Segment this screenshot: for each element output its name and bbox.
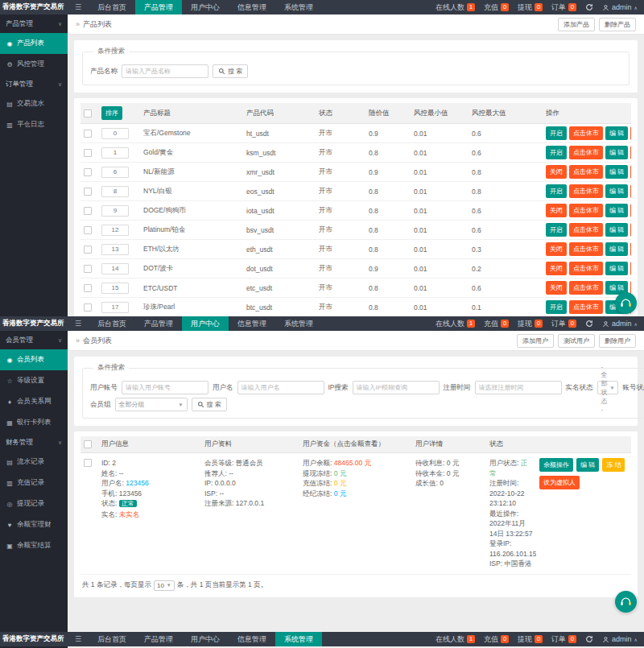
pause-market-button[interactable]: 点击休市 (569, 223, 603, 237)
sidebar-group-财务管理[interactable]: 财务管理∨ (0, 433, 68, 452)
register-time-input[interactable] (475, 381, 562, 394)
add-user-button[interactable]: 添加用户 (517, 334, 554, 348)
stat-在线人数[interactable]: 在线人数1 (436, 319, 475, 329)
stat-订单[interactable]: 订单0 (551, 2, 576, 13)
member-group-select[interactable]: 全部分组▼ (115, 398, 188, 411)
account-input[interactable] (122, 381, 208, 394)
sort-input[interactable] (101, 244, 129, 255)
edit-button[interactable]: 编 辑 (605, 242, 628, 256)
row-checkbox[interactable] (84, 149, 92, 157)
pause-market-button[interactable]: 点击休市 (569, 300, 603, 314)
sidebar-item-风控管理[interactable]: ⚙风控管理 (0, 54, 68, 75)
sidebar-item-余额宝理财[interactable]: ♥余额宝理财 (0, 514, 68, 535)
sort-input[interactable] (101, 167, 129, 178)
hamburger-menu-icon[interactable]: ☰ (68, 320, 89, 328)
sidebar-item-余额宝结算[interactable]: ▣余额宝结算 (0, 535, 68, 556)
realname-status-select[interactable]: - 全部状态 -▼ (597, 381, 619, 394)
add-product-button[interactable]: 添加产品 (558, 18, 595, 31)
nav-item-信息管理[interactable]: 信息管理 (229, 316, 275, 331)
delete-button[interactable]: 删 除 (630, 126, 631, 140)
row-checkbox[interactable] (84, 459, 92, 467)
sidebar-item-会员列表[interactable]: ◉会员列表 (0, 349, 68, 370)
support-float-button[interactable] (615, 292, 637, 314)
sort-input[interactable] (101, 263, 129, 274)
user-menu[interactable]: admin∧ (602, 3, 638, 11)
nav-item-用户中心[interactable]: 用户中心 (182, 0, 229, 14)
stat-在线人数[interactable]: 在线人数1 (436, 634, 475, 645)
sidebar-item-会员关系网[interactable]: ♦会员关系网 (0, 391, 68, 412)
refresh-button[interactable] (585, 635, 593, 643)
balance-operate-button[interactable]: 余额操作 (539, 458, 573, 472)
close-button[interactable]: 关闭 (546, 281, 567, 295)
test-user-button[interactable]: 测试用户 (558, 334, 595, 348)
sort-button[interactable]: 排序 (101, 106, 122, 120)
pause-market-button[interactable]: 点击休市 (569, 146, 603, 159)
row-checkbox[interactable] (84, 226, 92, 234)
sidebar-group-会员管理[interactable]: 会员管理∨ (0, 331, 68, 349)
search-button[interactable]: 搜 索 (213, 64, 248, 78)
sidebar-item-等级设置[interactable]: ☆等级设置 (0, 370, 68, 391)
open-button[interactable]: 开启 (546, 126, 567, 140)
nav-item-系统管理[interactable]: 系统管理 (275, 0, 322, 14)
open-button[interactable]: 开启 (546, 223, 567, 237)
nav-item-用户中心[interactable]: 用户中心 (182, 316, 229, 331)
delete-user-button[interactable]: 删除用户 (599, 334, 636, 348)
row-checkbox[interactable] (84, 284, 92, 292)
pause-market-button[interactable]: 点击休市 (569, 204, 603, 217)
pause-market-button[interactable]: 点击休市 (569, 126, 603, 140)
nav-item-产品管理[interactable]: 产品管理 (135, 0, 182, 14)
nav-item-产品管理[interactable]: 产品管理 (135, 316, 182, 331)
stat-提现[interactable]: 提现0 (518, 2, 543, 13)
nav-item-系统管理[interactable]: 系统管理 (275, 316, 322, 331)
stat-订单[interactable]: 订单0 (551, 634, 576, 645)
open-button[interactable]: 开启 (546, 184, 567, 198)
delete-button[interactable]: 删 除 (630, 223, 631, 237)
balance-amount[interactable]: 48465.00 元 (334, 459, 371, 467)
username-link[interactable]: 123456 (126, 479, 148, 487)
sidebar-item-产品列表[interactable]: ◉产品列表 (0, 33, 68, 54)
edit-button[interactable]: 编 辑 (605, 223, 628, 237)
nav-item-用户中心[interactable]: 用户中心 (182, 632, 229, 646)
user-menu[interactable]: admin∧ (602, 635, 638, 643)
sort-input[interactable] (101, 147, 129, 159)
edit-button[interactable]: 编 辑 (605, 204, 628, 217)
sort-input[interactable] (101, 225, 129, 236)
sidebar-group-产品管理[interactable]: 产品管理∨ (0, 14, 68, 33)
refresh-button[interactable] (585, 320, 593, 328)
edit-button[interactable]: 编 辑 (605, 184, 628, 198)
hamburger-menu-icon[interactable]: ☰ (68, 635, 89, 643)
sidebar-group-订单管理[interactable]: 订单管理∨ (0, 75, 68, 93)
delete-button[interactable]: 删 除 (630, 242, 631, 256)
nav-item-信息管理[interactable]: 信息管理 (229, 632, 275, 646)
nav-item-信息管理[interactable]: 信息管理 (229, 0, 275, 14)
stat-提现[interactable]: 提现0 (518, 634, 543, 645)
freeze-button[interactable]: 冻 结 (602, 458, 625, 472)
nav-item-后台首页[interactable]: 后台首页 (89, 0, 135, 14)
delete-product-button[interactable]: 删除产品 (599, 18, 636, 31)
row-checkbox[interactable] (84, 303, 92, 312)
user-menu[interactable]: admin∧ (602, 320, 638, 328)
close-button[interactable]: 关闭 (546, 165, 567, 179)
pause-market-button[interactable]: 点击休市 (569, 184, 603, 198)
row-checkbox[interactable] (84, 168, 92, 176)
delete-button[interactable]: 删 除 (630, 146, 631, 159)
select-all-checkbox[interactable] (84, 109, 92, 118)
close-button[interactable]: 关闭 (546, 262, 567, 275)
search-button[interactable]: 搜 索 (192, 398, 227, 411)
sort-input[interactable] (101, 186, 129, 197)
delete-button[interactable]: 删 除 (630, 184, 631, 198)
edit-button[interactable]: 编 辑 (576, 458, 599, 472)
nav-item-后台首页[interactable]: 后台首页 (89, 316, 135, 331)
product-name-input[interactable] (122, 64, 208, 78)
sidebar-item-交易流水[interactable]: ▤交易流水 (0, 93, 68, 114)
row-checkbox[interactable] (84, 265, 92, 273)
stat-充值[interactable]: 充值0 (484, 2, 509, 13)
edit-button[interactable]: 编 辑 (605, 126, 628, 140)
edit-button[interactable]: 编 辑 (605, 165, 628, 179)
set-virtual-user-button[interactable]: 设为虚拟人 (539, 476, 580, 489)
refresh-button[interactable] (585, 3, 593, 11)
username-input[interactable] (237, 381, 324, 394)
row-checkbox[interactable] (84, 246, 92, 254)
pause-market-button[interactable]: 点击休市 (569, 165, 603, 179)
sidebar-item-充值记录[interactable]: ▥充值记录 (0, 473, 68, 493)
